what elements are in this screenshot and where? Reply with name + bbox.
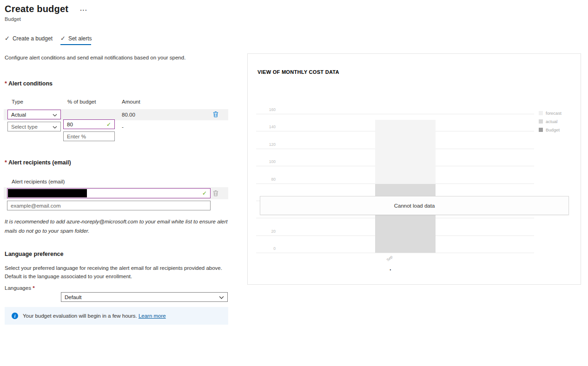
legend-swatch bbox=[539, 111, 543, 115]
column-header-amount: Amount bbox=[122, 99, 140, 105]
valid-check-icon: ✓ bbox=[202, 190, 207, 196]
check-icon: ✓ bbox=[5, 35, 10, 42]
tab-label: Set alerts bbox=[68, 35, 92, 42]
alert-recipients-heading: *Alert recipients (email) bbox=[5, 159, 71, 166]
new-recipient-input[interactable] bbox=[11, 201, 207, 210]
table-row: Actual ✓ 80.00 bbox=[4, 109, 228, 120]
languages-select-value: Default bbox=[65, 294, 216, 300]
alert-conditions-heading: *Alert conditions bbox=[5, 80, 53, 87]
required-marker: * bbox=[5, 159, 7, 166]
legend-item-budget: Budget bbox=[539, 127, 560, 132]
tab-set-alerts[interactable]: ✓ Set alerts bbox=[60, 35, 92, 42]
chart-plot: 0204080100120140160SepforecastactualBudg… bbox=[248, 54, 581, 284]
type-select-placeholder: Select type bbox=[11, 124, 50, 130]
language-preference-description: Select your preferred language for recei… bbox=[5, 264, 229, 281]
language-preference-heading: Language preference bbox=[5, 251, 63, 257]
delete-recipient-button[interactable] bbox=[213, 190, 218, 196]
amount-value: 80.00 bbox=[122, 112, 135, 118]
y-tick-label: 100 bbox=[248, 159, 276, 164]
tab-label: Create a budget bbox=[13, 35, 53, 42]
percent-field-empty-wrap bbox=[63, 131, 115, 141]
type-select[interactable]: Actual bbox=[7, 110, 61, 119]
y-tick-label: 80 bbox=[248, 177, 276, 182]
legend-label: actual bbox=[546, 119, 557, 124]
legend-swatch bbox=[539, 119, 543, 124]
tab-create-a-budget[interactable]: ✓ Create a budget bbox=[5, 35, 53, 42]
delete-row-button[interactable] bbox=[213, 111, 218, 118]
chevron-down-icon bbox=[53, 124, 57, 130]
table-row: Select type - bbox=[4, 121, 228, 132]
learn-more-link[interactable]: Learn more bbox=[139, 313, 166, 319]
languages-label: Languages * bbox=[5, 284, 36, 293]
info-icon: i bbox=[12, 313, 18, 319]
legend-swatch bbox=[539, 128, 543, 132]
page-subtitle: Budget bbox=[5, 16, 87, 22]
type-select-empty[interactable]: Select type bbox=[7, 122, 61, 131]
y-tick-label: 0 bbox=[248, 246, 276, 251]
required-marker: * bbox=[33, 285, 34, 291]
new-recipient-field-wrap bbox=[7, 201, 211, 210]
redacted-email-value bbox=[8, 189, 87, 197]
page-header: Create budget ··· Budget bbox=[5, 4, 87, 22]
column-header-type: Type bbox=[12, 99, 23, 105]
legend-label: Budget bbox=[546, 127, 560, 132]
type-select-value: Actual bbox=[11, 112, 50, 118]
monthly-cost-panel: VIEW OF MONTHLY COST DATA 02040801001201… bbox=[247, 53, 581, 285]
y-tick-label: 20 bbox=[248, 229, 276, 234]
check-icon: ✓ bbox=[60, 35, 66, 42]
amount-placeholder: - bbox=[122, 124, 124, 130]
legend-label: forecast bbox=[546, 111, 562, 116]
x-tick-label: Sep bbox=[386, 255, 394, 262]
recipient-row: ✓ bbox=[4, 187, 228, 199]
bar-segment-actual bbox=[375, 184, 436, 253]
chevron-down-icon bbox=[219, 294, 224, 300]
info-banner-text: Your budget evaluation will begin in a f… bbox=[23, 313, 166, 319]
active-tab-underline bbox=[60, 44, 91, 45]
legend-item-forecast: forecast bbox=[539, 111, 562, 116]
recipient-email-field[interactable]: ✓ bbox=[7, 188, 211, 198]
y-tick-label: 160 bbox=[248, 107, 276, 112]
whitelist-note: It is recommended to add azure-noreply@m… bbox=[5, 217, 228, 235]
bar-segment-forecast bbox=[375, 120, 436, 184]
cannot-load-data-overlay: Cannot load data bbox=[260, 196, 569, 215]
chart-footer-dot: . bbox=[390, 265, 391, 272]
info-banner: i Your budget evaluation will begin in a… bbox=[5, 307, 228, 325]
legend-item-actual: actual bbox=[539, 119, 557, 124]
y-tick-label: 120 bbox=[248, 142, 276, 147]
column-header-percent: % of budget bbox=[67, 99, 96, 105]
percent-input-empty[interactable] bbox=[67, 132, 111, 141]
overlay-message: Cannot load data bbox=[394, 203, 435, 209]
alert-recipients-field-label: Alert recipients (email) bbox=[12, 178, 65, 186]
context-menu-button[interactable]: ··· bbox=[80, 7, 87, 13]
required-marker: * bbox=[5, 80, 7, 87]
page-description: Configure alert conditions and send emai… bbox=[5, 54, 228, 62]
languages-select[interactable]: Default bbox=[61, 292, 228, 302]
chevron-down-icon bbox=[53, 112, 57, 118]
y-tick-label: 140 bbox=[248, 124, 276, 129]
page-title: Create budget bbox=[5, 4, 68, 14]
